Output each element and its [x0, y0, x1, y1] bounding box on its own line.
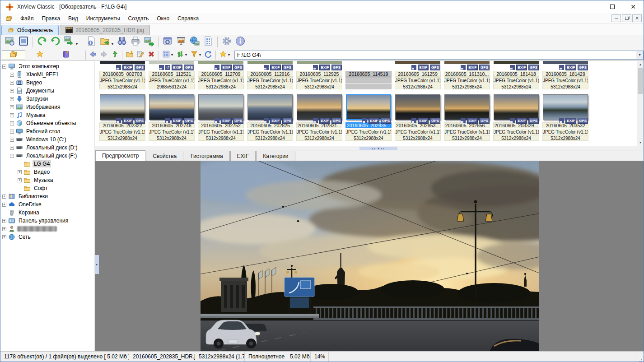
thumbnail-item[interactable]: EXIFGPS20160605_161259JPEG TrueColor (v1…	[394, 61, 441, 89]
export-button[interactable]	[142, 36, 156, 48]
expander-plus-icon[interactable]: +	[10, 81, 14, 85]
resize-grip[interactable]	[636, 352, 644, 362]
tree-item-изображения[interactable]: +Изображения	[0, 103, 94, 111]
thumbnail-item[interactable]: EXIFGPS20160605_202752JPEG TrueColor (v1…	[197, 94, 244, 141]
thumbnail-image-wrap[interactable]: EXIFGPS	[345, 94, 392, 122]
preview-tab-гистограмма[interactable]: Гистограмма	[184, 151, 229, 161]
expander-plus-icon[interactable]: +	[2, 227, 6, 231]
thumbnail-image[interactable]	[247, 94, 293, 120]
file-info-button[interactable]	[84, 36, 98, 48]
rotate-right-button[interactable]	[49, 36, 62, 48]
fullscreen-button[interactable]	[17, 36, 30, 48]
thumbnail-image-wrap[interactable]: EXIFGPS	[493, 94, 539, 122]
expander-plus-icon[interactable]: +	[10, 121, 14, 125]
tree-item-рабочий-стол[interactable]: +Рабочий стол	[0, 127, 94, 135]
dropdown-caret-icon[interactable]: ▼	[198, 53, 203, 57]
about-button[interactable]	[233, 36, 247, 48]
thumbnail-image[interactable]	[494, 94, 539, 120]
folders-panel-button[interactable]	[2, 50, 25, 60]
view-image-button[interactable]	[3, 36, 17, 48]
new-folder-button[interactable]	[124, 50, 135, 60]
mdi-close-button[interactable]: ✕	[632, 14, 642, 22]
expander-plus-icon[interactable]: +	[18, 170, 22, 174]
forward-button[interactable]	[98, 50, 109, 60]
tree-item-загрузки[interactable]: +Загрузки	[0, 95, 94, 103]
tree-item-музыка[interactable]: +Музыка	[0, 176, 94, 184]
thumbnail-image-wrap[interactable]: EXIFGPS	[296, 94, 342, 122]
up-button[interactable]	[109, 50, 120, 60]
categories-panel-button[interactable]	[28, 50, 51, 60]
thumbnail-image-wrap[interactable]: EXIFGPS	[444, 94, 490, 122]
preview-tab-предпросмотр[interactable]: Предпросмотр	[95, 150, 145, 161]
thumbnail-image-clipped[interactable]	[247, 61, 293, 64]
tree-item-видео[interactable]: +Видео	[0, 79, 94, 87]
print-button[interactable]	[129, 36, 142, 48]
mdi-restore-button[interactable]	[622, 14, 631, 22]
thumbnail-image-wrap[interactable]: EXIFGPS	[542, 94, 588, 122]
thumbnail-item[interactable]: EXIFGPS20160605_202856...JPEG TrueColor …	[443, 94, 490, 141]
thumbnail-image-clipped[interactable]	[100, 61, 145, 64]
thumbnail-item[interactable]: EXIFGPS20160605_112925JPEG TrueColor (v1…	[296, 61, 343, 89]
minimize-button[interactable]	[581, 0, 602, 13]
expander-plus-icon[interactable]: +	[10, 73, 14, 77]
thumbnail-image-clipped[interactable]	[494, 61, 539, 64]
thumbnail-image[interactable]	[395, 94, 440, 120]
menu-item-0[interactable]: Файл	[16, 14, 38, 23]
rotate-left-button[interactable]	[35, 36, 49, 48]
expander-plus-icon[interactable]: +	[2, 219, 6, 223]
preview-collapse-handle[interactable]: ▸	[95, 255, 99, 274]
tree-item-объемные-объекты[interactable]: +Объемные объекты	[0, 119, 94, 127]
tree-item-xiaomi_9ef1[interactable]: +XiaoMi_9EF1	[0, 70, 94, 79]
preview-tab-категории[interactable]: Категории	[256, 151, 295, 161]
thumbnail-image[interactable]	[149, 94, 194, 120]
delete-button[interactable]	[146, 50, 157, 60]
thumbnail-image-clipped[interactable]	[346, 61, 391, 64]
tree-item-windows-10-c-[interactable]: +Windows 10 (C:)	[0, 135, 94, 144]
tree-item-музыка[interactable]: +Музыка	[0, 111, 94, 119]
menu-item-5[interactable]: Окно	[153, 14, 173, 23]
horizontal-splitter[interactable]: ●●▼●●	[95, 146, 644, 150]
thumbnail-image-clipped[interactable]	[297, 61, 342, 64]
tree-item-софт[interactable]: Софт	[0, 184, 94, 192]
tree-item-корзина[interactable]: Корзина	[0, 209, 94, 217]
thumbnail-image-clipped[interactable]	[444, 61, 490, 64]
close-button[interactable]: ✕	[623, 0, 644, 13]
thumbnail-image[interactable]	[198, 94, 243, 120]
thumbnail-item[interactable]: ↺EXIFGPS20160605_112521JPEG TrueColor (v…	[148, 61, 195, 89]
dropdown-caret-icon[interactable]: ▼	[170, 53, 175, 57]
dropdown-caret-icon[interactable]: ▼	[184, 53, 189, 57]
edit-button[interactable]	[135, 50, 146, 60]
thumbnail-item[interactable]: EXIFGPS20160605_161310...JPEG TrueColor …	[443, 61, 490, 89]
menu-item-4[interactable]: Создать	[124, 14, 153, 23]
thumbnail-image[interactable]	[543, 94, 588, 120]
scroll-up-icon[interactable]: ▲	[637, 61, 644, 68]
thumbnail-image-wrap[interactable]: EXIFGPS	[198, 94, 244, 122]
open-with-button[interactable]	[98, 36, 112, 48]
preview-tab-свойства[interactable]: Свойства	[146, 151, 183, 161]
thumbnail-item[interactable]: EXIFGPS20160605_203532JPEG TrueColor (v1…	[542, 94, 589, 141]
expander-plus-icon[interactable]: +	[10, 105, 14, 109]
search-button[interactable]	[115, 36, 129, 48]
thumbnail-item[interactable]: EXIFGPS20160605_202322JPEG TrueColor (v1…	[99, 94, 146, 141]
thumbnail-item[interactable]: EXIFGPS20160605_112709JPEG TrueColor (v1…	[197, 61, 244, 89]
thumbnail-item[interactable]: EXIFGPS20160605_202748JPEG TrueColor (v1…	[148, 94, 195, 141]
document-tab-1[interactable]: 20160605_202835_HDR.jpg	[60, 25, 150, 35]
thumbnail-image[interactable]	[100, 94, 145, 120]
tree-item-сеть[interactable]: +Сеть	[0, 233, 94, 241]
menu-item-1[interactable]: Правка	[38, 14, 65, 23]
back-button[interactable]	[88, 50, 98, 60]
thumbnail-item[interactable]: EXIFGPS20160605_181429JPEG TrueColor (v1…	[542, 61, 589, 89]
refresh-button[interactable]	[203, 50, 214, 60]
expander-plus-icon[interactable]: +	[2, 195, 6, 199]
tree-item-библиотеки[interactable]: +Библиотеки	[0, 192, 94, 200]
thumbnail-image[interactable]	[297, 94, 342, 120]
thumbnail-image-wrap[interactable]: EXIFGPS	[99, 94, 145, 122]
thumbnail-item-selected[interactable]: EXIFGPS20160605_202835...JPEG TrueColor …	[345, 94, 392, 141]
slideshow-button[interactable]	[174, 36, 188, 48]
expander-plus-icon[interactable]: +	[10, 97, 14, 101]
web-page-button[interactable]	[188, 36, 201, 48]
thumbnail-image-clipped[interactable]	[543, 61, 588, 64]
dropdown-caret-icon[interactable]: ▼	[227, 53, 232, 57]
settings-button[interactable]	[220, 36, 233, 48]
expander-plus-icon[interactable]: +	[2, 235, 6, 239]
